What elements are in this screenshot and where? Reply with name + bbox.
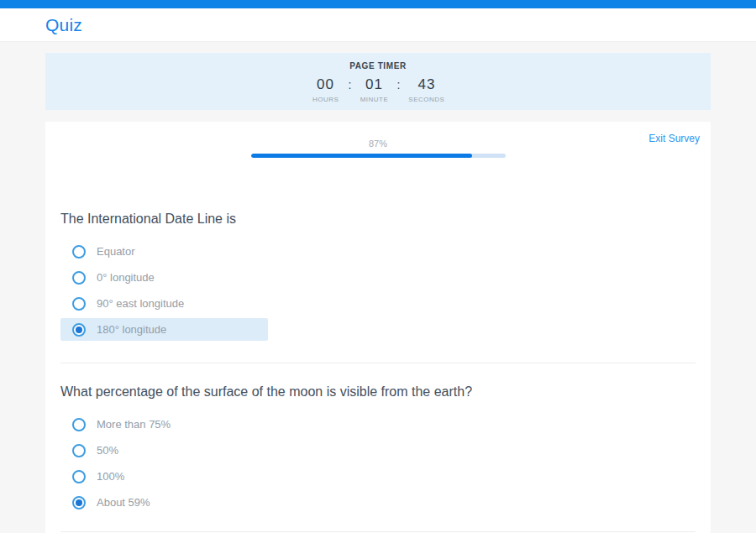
page-timer: PAGE TIMER 00 HOURS : 01 MINUTE : 43 SEC… <box>45 53 711 110</box>
bottom-divider <box>60 531 696 532</box>
question-1-title: The International Date Line is <box>60 212 696 227</box>
page-title: Quiz <box>45 15 82 35</box>
option-label: 90° east longitude <box>97 297 184 310</box>
option-label: Equator <box>97 245 135 258</box>
question-2-title: What percentage of the surface of the mo… <box>60 384 696 400</box>
progress-track <box>251 154 506 158</box>
radio-button[interactable] <box>72 444 86 457</box>
option-label: 0° longitude <box>97 271 155 284</box>
timer-hours-unit: 00 HOURS <box>312 76 340 103</box>
timer-hours-value: 00 <box>317 76 334 93</box>
question-divider <box>60 363 696 363</box>
timer-display: 00 HOURS : 01 MINUTE : 43 SECONDS <box>312 76 445 103</box>
progress-fill <box>251 154 473 158</box>
radio-button[interactable] <box>72 271 86 285</box>
timer-colon: : <box>396 78 400 91</box>
main-content: PAGE TIMER 00 HOURS : 01 MINUTE : 43 SEC… <box>0 53 756 533</box>
option-180-longitude[interactable]: 180° longitude <box>60 318 268 341</box>
option-100[interactable]: 100% <box>60 465 268 488</box>
question-2: What percentage of the surface of the mo… <box>45 384 711 514</box>
radio-button[interactable] <box>72 496 86 509</box>
timer-hours-label: HOURS <box>312 96 339 103</box>
option-label: More than 75% <box>97 418 171 431</box>
timer-colon: : <box>349 78 352 91</box>
timer-seconds-value: 43 <box>417 76 435 93</box>
question-1: The International Date Line is Equator 0… <box>45 212 711 341</box>
radio-button[interactable] <box>72 418 86 431</box>
option-0-longitude[interactable]: 0° longitude <box>60 266 268 289</box>
timer-minutes-label: MINUTE <box>360 96 389 103</box>
timer-title: PAGE TIMER <box>349 61 406 71</box>
option-equator[interactable]: Equator <box>60 240 268 263</box>
option-label: 50% <box>97 444 118 457</box>
option-50[interactable]: 50% <box>60 439 268 462</box>
timer-minutes-unit: 01 MINUTE <box>360 76 388 103</box>
survey-progress: 87% <box>251 138 506 158</box>
timer-seconds-unit: 43 SECONDS <box>408 76 444 103</box>
option-more-than-75[interactable]: More than 75% <box>60 413 268 436</box>
timer-minutes-value: 01 <box>365 76 383 93</box>
radio-button[interactable] <box>72 323 86 337</box>
option-label: 180° longitude <box>97 323 166 336</box>
radio-button[interactable] <box>72 297 86 311</box>
option-90-east-longitude[interactable]: 90° east longitude <box>60 292 268 315</box>
progress-percent-label: 87% <box>251 138 506 149</box>
question-1-options: Equator 0° longitude 90° east longitude … <box>60 240 696 341</box>
app-header: Quiz <box>0 8 756 42</box>
option-about-59[interactable]: About 59% <box>60 491 268 514</box>
radio-button[interactable] <box>72 245 86 259</box>
radio-button[interactable] <box>72 470 86 483</box>
exit-survey-link[interactable]: Exit Survey <box>648 133 700 144</box>
top-accent-bar <box>0 0 756 8</box>
survey-card: Exit Survey 87% The International Date L… <box>45 122 711 533</box>
option-label: About 59% <box>97 496 150 509</box>
timer-seconds-label: SECONDS <box>408 96 444 103</box>
question-2-options: More than 75% 50% 100% About 59% <box>60 413 696 514</box>
option-label: 100% <box>97 470 124 483</box>
